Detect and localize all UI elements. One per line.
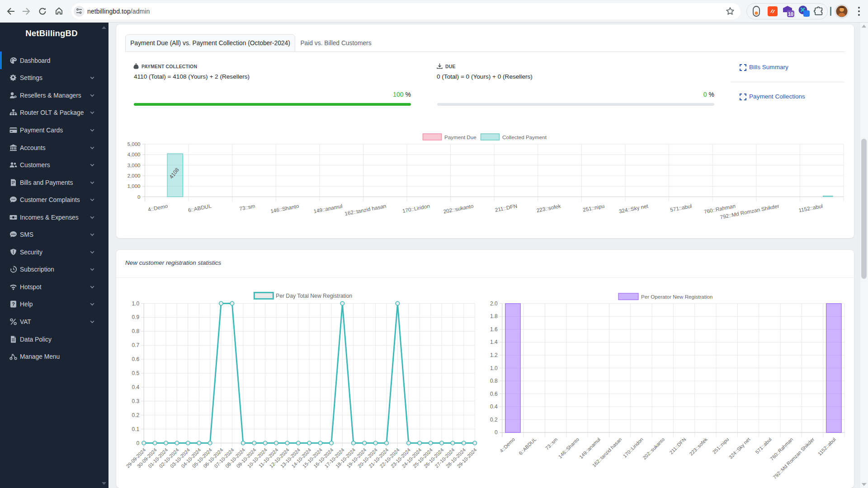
svg-text:4::Demo: 4::Demo xyxy=(147,203,169,213)
svg-text:10: 10 xyxy=(788,11,793,17)
svg-text:251::nipu: 251::nipu xyxy=(712,436,730,455)
svg-text:1152::abul: 1152::abul xyxy=(798,203,823,214)
svg-text:1.2: 1.2 xyxy=(490,352,498,358)
svg-text:170::Liridon: 170::Liridon xyxy=(622,436,644,459)
svg-text:73::sm: 73::sm xyxy=(239,203,256,212)
svg-text:1,000: 1,000 xyxy=(127,183,141,189)
svg-text:1.0: 1.0 xyxy=(490,365,498,371)
svg-text:0.2: 0.2 xyxy=(490,417,498,423)
svg-text:Per Day Total New Registration: Per Day Total New Registration xyxy=(276,293,352,299)
svg-text:1.6: 1.6 xyxy=(490,326,498,333)
svg-text:0.4: 0.4 xyxy=(132,384,140,390)
svg-text:sms: sms xyxy=(11,233,15,235)
svg-text:324::Sky net: 324::Sky net xyxy=(618,203,649,215)
svg-text:0.8: 0.8 xyxy=(132,328,140,334)
svg-text:571::abul: 571::abul xyxy=(754,436,772,455)
svg-text:324::Sky net: 324::Sky net xyxy=(728,436,751,460)
svg-text:?: ? xyxy=(12,301,15,307)
svg-text:5,000: 5,000 xyxy=(127,141,141,147)
svg-text:170::Liridon: 170::Liridon xyxy=(402,203,430,215)
svg-text:571::abul: 571::abul xyxy=(670,203,692,213)
svg-text:Payment Due: Payment Due xyxy=(444,134,476,140)
svg-text:0: 0 xyxy=(137,440,140,446)
svg-text:0.3: 0.3 xyxy=(132,398,140,404)
svg-text:0: 0 xyxy=(137,194,140,200)
svg-text:0.6: 0.6 xyxy=(132,356,140,362)
svg-text:0.9: 0.9 xyxy=(132,314,140,320)
svg-text:0.8: 0.8 xyxy=(490,378,498,384)
svg-text:0.5: 0.5 xyxy=(132,370,140,376)
svg-text:73::sm: 73::sm xyxy=(544,436,559,451)
svg-text:211::DFN: 211::DFN xyxy=(668,436,687,455)
svg-text:6::ABDUL: 6::ABDUL xyxy=(188,203,212,214)
svg-text:4,000: 4,000 xyxy=(127,152,141,157)
svg-text:2.0: 2.0 xyxy=(490,300,498,307)
svg-text:146::Shanto: 146::Shanto xyxy=(557,436,580,459)
svg-text:0.2: 0.2 xyxy=(132,412,140,418)
svg-text:Per Operator New Registration: Per Operator New Registration xyxy=(641,294,713,300)
svg-text:211::DFN: 211::DFN xyxy=(495,203,518,213)
svg-text:0.1: 0.1 xyxy=(132,426,140,432)
svg-text:162::tanzid hasan: 162::tanzid hasan xyxy=(344,203,387,217)
svg-text:1.4: 1.4 xyxy=(490,339,498,345)
svg-text:4::Demo: 4::Demo xyxy=(499,436,516,454)
svg-text:251::nipu: 251::nipu xyxy=(582,203,605,213)
svg-text:223::sofek: 223::sofek xyxy=(688,436,708,457)
svg-text:1152::abul: 1152::abul xyxy=(817,436,837,456)
svg-text:146::Shanto: 146::Shanto xyxy=(270,203,300,215)
svg-text:0.7: 0.7 xyxy=(132,342,140,348)
svg-text:223::sofek: 223::sofek xyxy=(536,203,561,214)
svg-text:149::anamul: 149::anamul xyxy=(578,436,601,460)
svg-text:792::Md Romzan Shikder: 792::Md Romzan Shikder xyxy=(772,436,815,480)
svg-text:149::anamul: 149::anamul xyxy=(313,203,343,215)
svg-text:Collected Payment: Collected Payment xyxy=(502,134,547,140)
svg-text:0.4: 0.4 xyxy=(490,404,498,410)
svg-text:2,000: 2,000 xyxy=(127,173,141,178)
svg-text:3,000: 3,000 xyxy=(127,163,141,168)
svg-text:6::ABDUL: 6::ABDUL xyxy=(518,436,537,456)
svg-text:202::sukanto: 202::sukanto xyxy=(443,203,474,215)
svg-text:0.6: 0.6 xyxy=(490,391,498,397)
svg-text:0: 0 xyxy=(495,429,498,436)
svg-text:1.0: 1.0 xyxy=(132,300,140,307)
svg-text:1.8: 1.8 xyxy=(490,313,498,319)
svg-text:202::sukanto: 202::sukanto xyxy=(642,436,665,460)
